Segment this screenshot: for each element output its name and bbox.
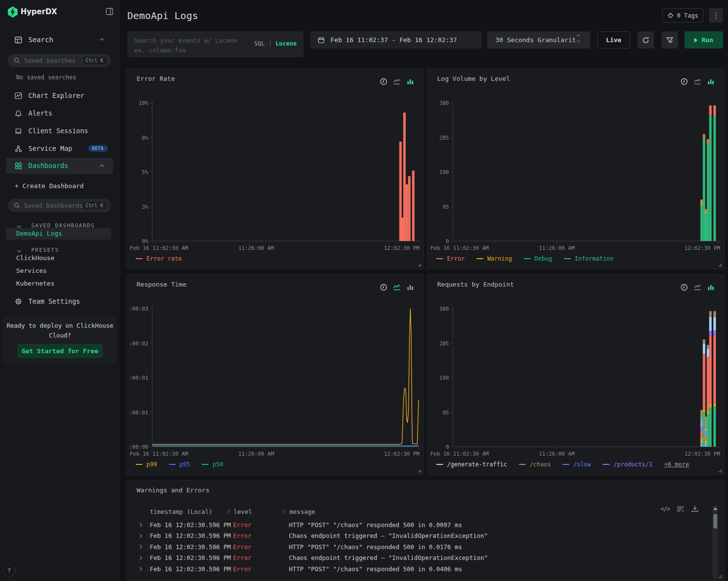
drag-handle-icon[interactable]: ⠿ xyxy=(282,509,286,515)
svg-text::00:02: :00:02 xyxy=(129,340,148,347)
query-language-toggle[interactable]: SQL | Lucene xyxy=(254,40,297,47)
wrap-lines-icon[interactable] xyxy=(677,506,684,512)
sidebar: HyperDX Search Saved Searches Ctrl K No … xyxy=(0,0,120,581)
svg-text:Feb 16 11:02:30 AM: Feb 16 11:02:30 AM xyxy=(130,245,188,251)
table-row[interactable]: | Feb 16 12:02:30.596 PM Error Chaos end… xyxy=(127,553,705,564)
column-header-timestamp[interactable]: timestamp (Local) xyxy=(150,508,212,515)
legend-item: /generate-traffic xyxy=(436,461,507,468)
expand-row-icon[interactable] xyxy=(138,556,142,560)
chevron-up-icon xyxy=(100,165,104,169)
sidebar-item-label: Client Sessions xyxy=(28,127,88,135)
lucene-mode[interactable]: Lucene xyxy=(276,40,297,47)
bar-chart-view-icon[interactable] xyxy=(707,284,714,291)
legend-item: p95 xyxy=(169,461,190,468)
run-button[interactable]: Run xyxy=(684,31,723,48)
get-started-button[interactable]: Get Started for Free xyxy=(17,344,103,358)
sql-mode[interactable]: SQL xyxy=(254,40,265,47)
bar-chart-view-icon[interactable] xyxy=(406,284,414,291)
svg-text:190: 190 xyxy=(439,169,449,175)
resize-handle[interactable] xyxy=(719,469,722,472)
resize-handle[interactable] xyxy=(719,575,722,578)
sidebar-item-label: Dashboards xyxy=(28,162,68,169)
table-row[interactable]: | Feb 16 12:02:30.596 PM Error HTTP "POS… xyxy=(127,563,705,575)
sidebar-preset-kubernetes[interactable]: Kubernetes xyxy=(16,280,54,287)
legend-item: /products/1 xyxy=(603,461,652,468)
download-icon[interactable] xyxy=(691,505,699,512)
svg-text:11:26:00 AM: 11:26:00 AM xyxy=(539,451,575,457)
chart-explorer-icon xyxy=(15,92,22,99)
filter-button[interactable] xyxy=(661,31,678,48)
line-chart-view-icon[interactable] xyxy=(393,78,401,85)
bar-chart-view-icon[interactable] xyxy=(406,78,414,85)
sidebar-item-client-sessions[interactable]: Client Sessions xyxy=(0,123,120,138)
time-range-icon[interactable] xyxy=(681,284,688,291)
sidebar-item-dashboards[interactable]: Dashboards xyxy=(6,158,113,174)
svg-text:Feb 16 11:02:30 AM: Feb 16 11:02:30 AM xyxy=(130,451,188,457)
sidebar-item-alerts[interactable]: Alerts xyxy=(0,106,120,121)
sidebar-item-chart-explorer[interactable]: Chart Explorer xyxy=(0,88,120,103)
sidebar-item-search[interactable]: Search xyxy=(0,32,120,47)
column-header-level[interactable]: ⠿level xyxy=(227,508,252,515)
kebab-menu-icon: ⋮ xyxy=(712,11,720,20)
kbd-shortcut: Ctrl K xyxy=(83,57,106,64)
resize-handle[interactable] xyxy=(719,264,722,266)
svg-text:95: 95 xyxy=(443,204,449,210)
table-row[interactable]: | Feb 16 12:02:30.596 PM Error HTTP "POS… xyxy=(127,519,705,531)
time-range-icon[interactable] xyxy=(681,78,688,85)
collapse-sidebar-icon[interactable] xyxy=(106,8,113,17)
drag-handle-icon[interactable]: ⠿ xyxy=(227,509,231,515)
code-view-icon[interactable]: </> xyxy=(660,506,670,512)
search-nav-icon xyxy=(15,36,22,44)
scroll-up-icon[interactable] xyxy=(713,507,717,510)
column-header-message[interactable]: ⠿message xyxy=(282,508,315,515)
expand-row-icon[interactable] xyxy=(138,534,142,538)
svg-text::00:01: :00:01 xyxy=(129,410,148,416)
line-chart-view-icon[interactable] xyxy=(393,284,401,291)
granularity-select[interactable]: 30 Seconds Granularit xyxy=(487,31,590,48)
svg-text:12:02:30 PM: 12:02:30 PM xyxy=(684,245,720,251)
more-options-button[interactable]: ⋮ xyxy=(709,8,723,23)
line-chart-view-icon[interactable] xyxy=(693,284,702,291)
date-range-picker[interactable]: Feb 16 11:02:37 - Feb 16 12:02:37 xyxy=(310,31,482,48)
saved-searches-input[interactable]: Saved Searches Ctrl K xyxy=(8,54,111,67)
svg-text:5%: 5% xyxy=(142,169,149,175)
time-range-icon[interactable] xyxy=(380,78,387,85)
create-dashboard-button[interactable]: + Create Dashboard xyxy=(15,182,84,190)
presets-section-header[interactable]: PRESETS xyxy=(18,244,59,254)
search-placeholder: Search your events w/ Lucene ex. column:… xyxy=(134,36,237,55)
response-time-panel: Response Time :00:03:00:02:00:01:00:01:0… xyxy=(126,274,424,475)
saved-dashboards-input[interactable]: Saved Dashboards Ctrl K xyxy=(8,199,111,212)
table-scrollbar[interactable] xyxy=(712,505,718,579)
error-rate-panel: Error Rate 10%8%5%3%0%Feb 16 11:02:30 AM… xyxy=(126,69,424,269)
sidebar-item-service-map[interactable]: Service Map BETA xyxy=(0,141,120,156)
refresh-button[interactable] xyxy=(637,31,654,48)
expand-row-icon[interactable] xyxy=(138,523,142,527)
time-range-icon[interactable] xyxy=(380,284,387,291)
sidebar-item-team-settings[interactable]: Team Settings xyxy=(0,294,120,309)
table-row[interactable]: | Feb 16 12:02:30.596 PM Error HTTP "POS… xyxy=(127,541,705,553)
bar-chart-view-icon[interactable] xyxy=(707,78,714,85)
level-badge: Error xyxy=(233,543,252,551)
resize-handle[interactable] xyxy=(418,469,421,472)
sidebar-preset-services[interactable]: Services xyxy=(16,267,47,274)
legend-more-link[interactable]: +6 more xyxy=(664,461,689,468)
sidebar-dashboard-demoapi-logs[interactable]: DemoApi Logs xyxy=(6,228,111,240)
help-button[interactable]: ? xyxy=(2,564,16,577)
search-icon xyxy=(14,202,20,209)
expand-row-icon[interactable] xyxy=(138,567,142,571)
chart-legend: p99p95p50 xyxy=(136,461,223,468)
saved-dashboards-placeholder: Saved Dashboards xyxy=(24,202,83,209)
svg-text:285: 285 xyxy=(439,135,449,141)
promo-text: Ready to deploy on ClickHouse Cloud? xyxy=(3,321,117,340)
table-row[interactable]: | Feb 16 12:02:30.596 PM Error Chaos end… xyxy=(127,531,705,542)
scrollbar-thumb[interactable] xyxy=(713,514,717,529)
expand-row-icon[interactable] xyxy=(138,545,142,549)
line-chart-view-icon[interactable] xyxy=(693,78,702,85)
resize-handle[interactable] xyxy=(418,264,421,266)
sidebar-preset-clickhouse[interactable]: ClickHouse xyxy=(16,254,54,262)
event-search-input[interactable]: Search your events w/ Lucene ex. column:… xyxy=(127,31,304,57)
live-button[interactable]: Live xyxy=(597,31,630,48)
tags-button[interactable]: 0 Tags xyxy=(662,8,704,23)
svg-text:0: 0 xyxy=(446,238,449,244)
level-badge: Error xyxy=(233,565,252,573)
